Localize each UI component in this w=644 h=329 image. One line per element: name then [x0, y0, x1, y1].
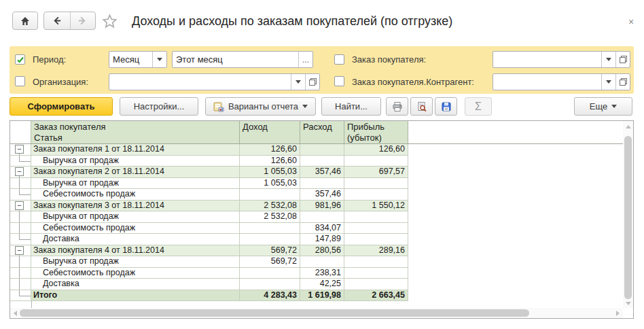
print-button[interactable] [386, 97, 408, 116]
cell-expense[interactable] [300, 178, 344, 189]
cell-expense[interactable] [300, 156, 344, 167]
period-checkbox[interactable] [15, 54, 25, 65]
vertical-scrollbar[interactable] [623, 121, 633, 308]
scroll-up-icon[interactable] [626, 125, 631, 128]
cell-expense[interactable]: 981,96 [300, 201, 344, 211]
organization-input[interactable] [109, 73, 320, 90]
cell-profit[interactable] [344, 234, 408, 245]
cell-income[interactable]: 1 055,03 [240, 167, 300, 177]
cell-expense[interactable] [300, 211, 344, 222]
row-label[interactable]: Выручка от продаж [31, 178, 240, 189]
header-profit[interactable]: Прибыль (убыток) [344, 121, 408, 143]
cell-income[interactable]: 126,60 [240, 144, 300, 155]
cell-income[interactable]: 569,72 [240, 245, 300, 256]
header-income[interactable]: Доход [240, 121, 300, 143]
report-variants-button[interactable]: Варианты отчета [205, 97, 316, 116]
cell-profit[interactable]: 2 663,45 [344, 290, 408, 301]
cell-income[interactable]: 2 532,08 [240, 201, 300, 211]
cell-income[interactable]: 4 283,43 [240, 290, 300, 301]
cell-expense[interactable] [300, 144, 344, 155]
row-label[interactable]: Себестоимость продаж [31, 189, 240, 200]
close-icon[interactable]: × [625, 16, 637, 27]
scroll-left-icon[interactable] [14, 311, 17, 316]
cell-expense[interactable]: 1 619,98 [300, 290, 344, 301]
cell-profit[interactable] [344, 211, 408, 222]
contractor-open-button[interactable] [615, 74, 630, 90]
horizontal-scroll-thumb[interactable] [20, 309, 529, 317]
row-label[interactable]: Заказ покупателя 4 от 18.11.2014 [31, 245, 240, 256]
table-row[interactable]: − Итого 4 283,43 1 619,98 2 663,45 [10, 290, 408, 302]
organization-dropdown-button[interactable] [291, 74, 305, 90]
cell-profit[interactable] [344, 156, 408, 167]
cell-profit[interactable]: 1 550,12 [344, 201, 408, 211]
row-label[interactable]: Себестоимость продаж [31, 223, 240, 234]
scroll-down-icon[interactable] [626, 302, 631, 305]
collapse-icon[interactable]: − [15, 201, 24, 210]
organization-open-button[interactable] [305, 74, 319, 90]
table-row[interactable]: − Заказ покупателя 4 от 18.11.2014 569,7… [10, 245, 408, 257]
cell-income[interactable] [240, 234, 300, 245]
table-row[interactable]: − Выручка от продаж 126,60 [10, 156, 408, 167]
scroll-right-icon[interactable] [616, 311, 620, 316]
cell-income[interactable] [240, 223, 300, 234]
cell-expense[interactable]: 238,31 [300, 268, 344, 279]
contractor-input[interactable] [493, 73, 630, 90]
cell-profit[interactable]: 697,57 [344, 167, 408, 177]
row-label[interactable]: Итого [31, 290, 240, 301]
cell-expense[interactable]: 42,25 [300, 279, 344, 290]
preview-button[interactable] [410, 97, 433, 116]
table-row[interactable]: − Выручка от продаж 2 532,08 [10, 211, 408, 223]
collapse-icon[interactable]: − [15, 246, 24, 255]
table-row[interactable]: − Заказ покупателя 2 от 18.11.2014 1 055… [10, 167, 408, 178]
sum-button[interactable]: Σ [465, 97, 492, 116]
favorite-star-icon[interactable] [101, 13, 118, 30]
header-expense[interactable]: Расход [300, 121, 344, 143]
row-label[interactable]: Выручка от продаж [31, 211, 240, 222]
row-label[interactable]: Доставка [31, 234, 240, 245]
save-button[interactable] [435, 97, 457, 116]
cell-expense[interactable]: 147,89 [300, 234, 344, 245]
customer-order-open-button[interactable] [615, 52, 630, 67]
table-row[interactable]: − Доставка 42,25 [10, 279, 408, 290]
cell-profit[interactable]: 289,16 [344, 245, 408, 256]
cell-profit[interactable] [344, 256, 408, 267]
period-unit-dropdown-button[interactable] [152, 52, 166, 67]
row-label[interactable]: Заказ покупателя 2 от 18.11.2014 [31, 167, 240, 177]
cell-profit[interactable] [344, 189, 408, 200]
collapse-icon[interactable]: − [15, 167, 24, 176]
row-label[interactable]: Себестоимость продаж [31, 268, 240, 279]
find-button[interactable]: Найти... [321, 97, 381, 116]
cell-profit[interactable]: 126,60 [344, 144, 408, 155]
customer-order-dropdown-button[interactable] [601, 52, 615, 67]
back-button[interactable] [44, 12, 70, 29]
cell-expense[interactable]: 834,07 [300, 223, 344, 234]
header-group-item[interactable]: Заказ покупателя Статья [31, 121, 240, 143]
cell-income[interactable]: 126,60 [240, 156, 300, 167]
organization-checkbox[interactable] [15, 76, 25, 86]
table-row[interactable]: − Выручка от продаж 569,72 [10, 256, 408, 268]
settings-button[interactable]: Настройки... [120, 97, 198, 116]
table-row[interactable]: − Выручка от продаж 1 055,03 [10, 178, 408, 190]
cell-expense[interactable]: 357,46 [300, 167, 344, 177]
period-value-input[interactable]: Этот месяц ... [172, 51, 313, 68]
cell-income[interactable]: 1 055,03 [240, 178, 300, 189]
cell-expense[interactable]: 280,56 [300, 245, 344, 256]
vertical-scroll-thumb[interactable] [624, 136, 632, 299]
cell-income[interactable]: 2 532,08 [240, 211, 300, 222]
contractor-checkbox[interactable] [334, 76, 344, 86]
collapse-icon[interactable]: − [15, 145, 24, 154]
period-ellipsis-button[interactable]: ... [298, 52, 312, 67]
customer-order-checkbox[interactable] [334, 54, 344, 65]
cell-profit[interactable] [344, 268, 408, 279]
cell-income[interactable] [240, 189, 300, 200]
cell-expense[interactable] [300, 256, 344, 267]
table-row[interactable]: − Себестоимость продаж 357,46 [10, 189, 408, 201]
cell-income[interactable] [240, 268, 300, 279]
horizontal-scrollbar[interactable] [10, 308, 623, 318]
row-label[interactable]: Доставка [31, 279, 240, 290]
table-row[interactable]: − Заказ покупателя 3 от 18.11.2014 2 532… [10, 201, 408, 212]
customer-order-input[interactable] [493, 51, 630, 68]
cell-expense[interactable]: 357,46 [300, 189, 344, 200]
forward-button[interactable] [70, 12, 96, 29]
period-unit-select[interactable]: Месяц [109, 51, 167, 68]
